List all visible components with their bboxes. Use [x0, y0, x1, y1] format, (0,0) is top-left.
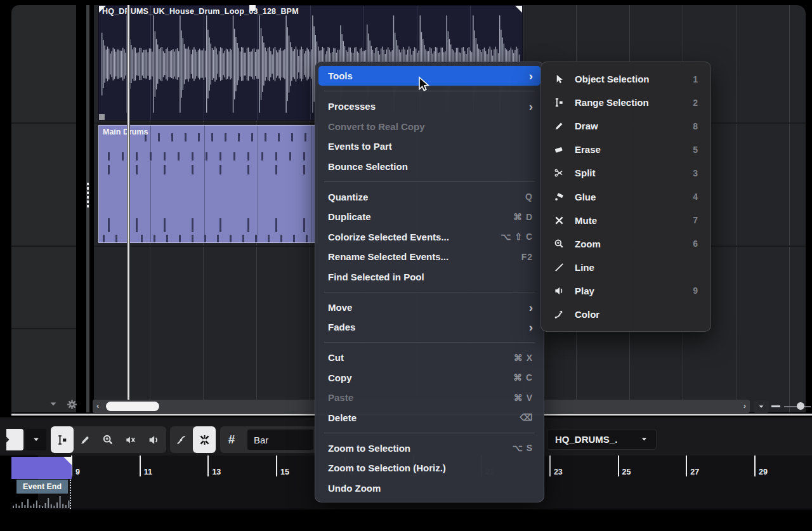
menu-item-move[interactable]: Move› [318, 297, 540, 317]
menu-separator [324, 433, 535, 433]
menu-item-bounce-selection[interactable]: Bounce Selection [318, 156, 540, 176]
clip-selector-dropdown[interactable]: HQ_DRUMS_. [547, 429, 657, 450]
ruler-tick [140, 456, 141, 476]
fade-out-handle[interactable] [515, 6, 522, 13]
midi-note [166, 235, 168, 242]
scrub-tool[interactable] [119, 426, 142, 453]
menu-item-paste[interactable]: Paste⌘ V [318, 388, 540, 407]
zoom-tool[interactable] [96, 426, 119, 453]
bar-gridline [789, 5, 790, 412]
ruler-bar-number: 13 [212, 468, 221, 476]
ruler-tick [549, 456, 551, 476]
scroll-right-icon[interactable]: › [743, 401, 746, 410]
midi-note [303, 152, 305, 161]
midi-note [233, 152, 235, 161]
midi-part[interactable]: Main Drums [98, 125, 318, 243]
menu-item-label: Zoom to Selection (Horiz.) [328, 462, 533, 473]
submenu-item-label: Mute [575, 215, 693, 226]
submenu-item-color[interactable]: Color [541, 303, 710, 326]
submenu-item-range-selection[interactable]: Range Selection2 [541, 91, 710, 114]
midi-note [136, 152, 138, 161]
menu-item-label: Duplicate [328, 211, 513, 222]
menu-item-shortcut: ⌘ C [513, 372, 533, 383]
menu-item-fades[interactable]: Fades› [318, 317, 540, 337]
tool-dropdown-button[interactable] [25, 429, 46, 450]
menu-separator [324, 342, 535, 343]
midi-note [192, 165, 193, 174]
submenu-item-split[interactable]: Split3 [541, 161, 710, 185]
menu-item-shortcut: ⌫ [520, 412, 533, 423]
zoom-icon [102, 434, 114, 446]
ruler-tick [686, 456, 687, 476]
chevron-down-icon[interactable] [48, 399, 58, 409]
app-window: HQ_DRUMS_UK_House_Drum_Loop_03_128_BPM M… [0, 0, 812, 531]
midi-note [192, 152, 193, 161]
zoom-icon [553, 238, 565, 249]
gear-icon[interactable] [66, 398, 78, 410]
menu-item-undo-zoom[interactable]: Undo Zoom [318, 478, 540, 497]
event-tail-overview[interactable] [11, 457, 72, 479]
play-tool[interactable] [142, 426, 165, 453]
submenu-item-draw[interactable]: Draw8 [541, 114, 710, 138]
submenu-item-line[interactable]: Line [541, 256, 710, 279]
midi-note [303, 165, 305, 174]
submenu-item-label: Split [575, 167, 693, 178]
menu-item-duplicate[interactable]: Duplicate⌘ D [318, 207, 540, 226]
submenu-item-label: Erase [575, 144, 693, 155]
menu-item-label: Find Selected in Pool [328, 272, 533, 282]
zoom-out-icon[interactable] [771, 405, 780, 407]
submenu-item-object-selection[interactable]: Object Selection1 [541, 67, 710, 91]
midi-note [185, 133, 187, 141]
grid-type-selector[interactable]: Bar [247, 429, 313, 450]
submenu-item-play[interactable]: Play9 [541, 279, 710, 303]
zoom-slider-knob[interactable] [797, 402, 804, 410]
ruler-tick [276, 456, 277, 476]
fade-in-handle[interactable] [99, 6, 106, 13]
menu-item-colorize-selected-events[interactable]: Colorize Selected Events...⌥ ⇧ C [318, 226, 540, 246]
menu-item-quantize[interactable]: QuantizeQ [318, 187, 540, 207]
midi-note [164, 218, 166, 232]
submenu-item-mute[interactable]: Mute7 [541, 209, 710, 232]
event-resize-handle[interactable] [99, 114, 105, 120]
menu-item-shortcut: ⌘ D [513, 212, 533, 222]
range-selection-tool[interactable] [51, 426, 74, 453]
grid-icon[interactable]: # [220, 426, 243, 453]
play-icon [553, 285, 565, 296]
zero-crossing-icon [176, 434, 188, 446]
bar-gridline [736, 5, 737, 412]
draw-tool[interactable] [74, 426, 96, 453]
grid-type-label: Bar [254, 435, 268, 445]
menu-item-processes[interactable]: Processes› [318, 96, 540, 116]
menu-item-zoom-to-selection[interactable]: Zoom to Selection⌥ S [318, 438, 540, 457]
scrub-icon [125, 434, 137, 446]
menu-separator [324, 292, 535, 292]
midi-note [204, 235, 206, 242]
menu-item-find-selected-in-pool[interactable]: Find Selected in Pool [318, 266, 540, 286]
menu-item-zoom-to-selection-horiz[interactable]: Zoom to Selection (Horiz.) [318, 458, 540, 478]
submenu-item-label: Line [575, 262, 698, 273]
menu-item-delete[interactable]: Delete⌫ [318, 407, 540, 427]
snap-point-handle[interactable] [249, 5, 256, 11]
playhead-cursor[interactable] [127, 5, 130, 412]
panel-resize-handle[interactable] [86, 5, 89, 412]
menu-item-convert-to-real-copy[interactable]: Convert to Real Copy [318, 117, 540, 136]
submenu-item-erase[interactable]: Erase5 [541, 138, 710, 161]
zoom-preset-dropdown[interactable] [754, 400, 769, 413]
menu-item-cut[interactable]: Cut⌘ X [318, 348, 540, 367]
menu-item-copy[interactable]: Copy⌘ C [318, 367, 540, 387]
midi-note [303, 218, 305, 232]
snap-zero-crossing-button[interactable] [170, 426, 193, 453]
menu-item-events-to-part[interactable]: Events to Part [318, 136, 540, 156]
ruler-bar-number: 27 [690, 468, 699, 476]
submenu-item-zoom[interactable]: Zoom6 [541, 232, 710, 256]
line-icon [553, 261, 565, 273]
snap-group [170, 426, 216, 453]
clipped-tool-button[interactable] [6, 429, 23, 450]
submenu-item-key: 2 [693, 98, 698, 108]
menu-item-rename-selected-events[interactable]: Rename Selected Events...F2 [318, 247, 540, 266]
submenu-item-glue[interactable]: Glue4 [541, 185, 710, 208]
midi-note [261, 152, 263, 161]
midi-note [192, 235, 193, 242]
snap-toggle-button[interactable] [193, 426, 216, 453]
scrollbar-thumb[interactable] [106, 402, 159, 411]
